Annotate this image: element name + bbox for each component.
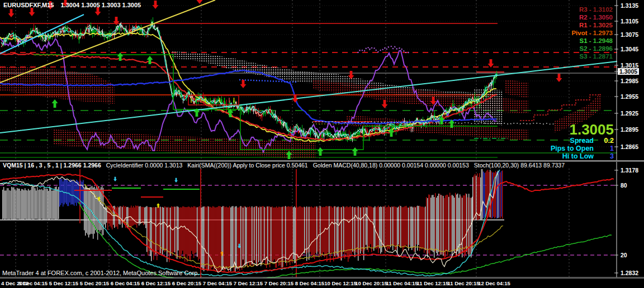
pivot-level-row: Pivot - 1.2973 bbox=[571, 29, 613, 37]
time-axis-label: 5 Dec 20:15 bbox=[80, 280, 109, 286]
time-axis-label: 6 Dec 12:15 bbox=[141, 280, 171, 286]
time-axis-label: 10 Dec 12:15 bbox=[324, 280, 357, 286]
indicator-vq-label: VQM15 | 16 , 3 , 5 , 1 | 1.2966 1.2966 bbox=[3, 162, 101, 169]
time-axis-label: 6 Dec 20:15 bbox=[172, 280, 201, 286]
price-tick-label: 1.3178 bbox=[621, 167, 638, 174]
price-tick-label: 1.2955 bbox=[621, 93, 638, 100]
info-row: Daily Av6 bbox=[551, 160, 614, 161]
price-info-panel: 1.3005 Spread0.2Pips to Open1Hi to Low3D… bbox=[551, 122, 614, 161]
pivot-level-row: R3 - 1.3102 bbox=[571, 6, 613, 13]
info-row: Pips to Open1 bbox=[551, 145, 614, 152]
pivot-level-row: S3 - 1.2871 bbox=[571, 52, 613, 60]
price-tick-label: 1.3075 bbox=[621, 31, 638, 38]
symbol-period-label: EURUSDFXF,M15 bbox=[3, 2, 54, 8]
price-info-rows: Spread0.2Pips to Open1Hi to Low3Daily Av… bbox=[551, 137, 614, 161]
indicator-macd-label: Golden MACD(40,80,18) 0.00000 0.00154 0.… bbox=[313, 162, 469, 169]
indicator-cycle-label: CycleIdentifier 0.0000 1.3013 bbox=[106, 162, 183, 169]
time-axis-label: 7 Dec 12:15 bbox=[234, 280, 263, 286]
indicator-kairi-label: Kairi(SMA((200)) Apply to Close price 0.… bbox=[187, 162, 307, 169]
copyright-text: MetaTrader 4 at FOREX.com, c 2001-2012, … bbox=[2, 270, 199, 276]
price-tick-label: 1.3105 bbox=[621, 18, 638, 25]
time-axis-label: 7 Dec 20:15 bbox=[264, 280, 293, 286]
pivot-level-row: R2 - 1.3050 bbox=[571, 13, 613, 21]
price-tick-label: 1.2832 bbox=[621, 270, 638, 276]
pivot-level-row: S2 - 1.2896 bbox=[571, 45, 613, 52]
time-axis-label: 8 Dec 04:15 bbox=[295, 280, 324, 286]
price-tick-label: 1.2925 bbox=[621, 110, 638, 117]
ohlc-values: 1.3004 1.3005 1.3003 1.3005 bbox=[60, 2, 141, 8]
current-price-display: 1.3005 bbox=[551, 122, 614, 137]
time-axis-label: 5 Dec 04:15 bbox=[18, 280, 48, 286]
price-tick-label: 80 bbox=[621, 182, 627, 189]
time-axis-label: 10 Dec 20:15 bbox=[355, 280, 387, 286]
time-axis-label: 11 Dec 20:15 bbox=[447, 280, 479, 286]
mt4-chart-window: EURUSDFXF,M15 1.3004 1.3005 1.3003 1.300… bbox=[0, 0, 644, 288]
price-tick-label: 1.3135 bbox=[621, 2, 638, 9]
time-axis-label: 11 Dec 04:15 bbox=[386, 280, 418, 286]
price-tick-label: 1.2895 bbox=[621, 126, 638, 133]
time-axis-label: 12 Dec 04:15 bbox=[478, 280, 510, 286]
chart-title: EURUSDFXF,M15 1.3004 1.3005 1.3003 1.300… bbox=[3, 2, 141, 8]
price-tick-label: 20 bbox=[621, 252, 627, 258]
current-price-tag: 1.3005 bbox=[618, 68, 639, 75]
time-axis-label: 11 Dec 12:15 bbox=[416, 280, 448, 286]
price-axis[interactable]: 1.31351.31051.30751.30451.30151.29851.29… bbox=[617, 0, 644, 277]
info-row: Hi to Low3 bbox=[551, 152, 614, 160]
chart-canvas[interactable] bbox=[0, 0, 644, 288]
pivot-levels-list: R3 - 1.3102R2 - 1.3050R1 - 1.3025Pivot -… bbox=[571, 6, 613, 60]
time-axis-label: 7 Dec 04:15 bbox=[203, 280, 232, 286]
pivot-level-row: S1 - 1.2948 bbox=[571, 37, 613, 45]
time-axis-label: 6 Dec 04:15 bbox=[111, 280, 140, 286]
indicator-plot bbox=[0, 169, 617, 284]
pivot-level-row: R1 - 1.3025 bbox=[571, 21, 613, 29]
indicator-stoch-label: Stoch(100,20,30) 89.6413 89.7337 bbox=[474, 162, 565, 169]
price-tick-label: 1.3045 bbox=[621, 46, 638, 52]
time-axis-label: 5 Dec 12:15 bbox=[49, 280, 78, 286]
info-row: Spread0.2 bbox=[551, 137, 614, 145]
price-tick-label: 1.2865 bbox=[621, 143, 638, 150]
indicator-header: VQM15 | 16 , 3 , 5 , 1 | 1.2966 1.2966 C… bbox=[3, 162, 565, 169]
time-axis[interactable]: 4 Dec 20125 Dec 04:155 Dec 12:155 Dec 20… bbox=[0, 278, 644, 288]
price-tick-label: 1.2985 bbox=[621, 78, 638, 84]
main-chart-plot bbox=[0, 0, 617, 161]
